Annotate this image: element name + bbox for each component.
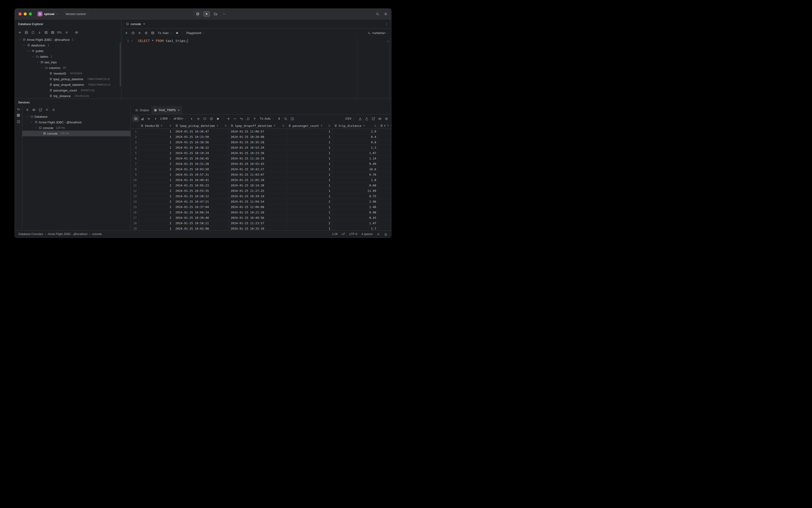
line-ending[interactable]: LF: [342, 232, 345, 236]
grid-cell[interactable]: [378, 177, 391, 182]
scrollbar[interactable]: [120, 42, 121, 87]
grid-cell[interactable]: 2024-01-25 10:55:35: [174, 188, 229, 193]
chevron-down-icon[interactable]: [34, 127, 38, 129]
grid-cell[interactable]: 2: [139, 220, 174, 226]
database-icon[interactable]: [194, 11, 201, 17]
auto-refresh-icon[interactable]: [208, 116, 214, 122]
expand-all-icon[interactable]: [44, 107, 50, 113]
grid-cell[interactable]: 2024-01-25 10:31:28: [174, 161, 229, 166]
tree-item-arrow-flight-jdbc-localhost[interactable]: Arrow Flight JDBC - @localhost: [22, 119, 131, 125]
lock-icon[interactable]: [377, 232, 380, 236]
grid-cell[interactable]: 2.46: [332, 204, 378, 209]
chevron-down-icon[interactable]: [31, 55, 35, 58]
datasource-icon[interactable]: [23, 29, 29, 35]
grid-cell[interactable]: 2024-01-25 10:42:27: [229, 167, 286, 172]
sort-icon[interactable]: ⇅: [391, 124, 391, 127]
tree-item-passenger-count[interactable]: passenger_countBIGINT(19): [15, 87, 121, 93]
search-icon[interactable]: [283, 116, 289, 122]
grid-cell[interactable]: 2024-01-25 11:27:25: [229, 188, 286, 193]
filter-icon[interactable]: [216, 125, 219, 127]
grid-cell[interactable]: 1: [286, 150, 332, 156]
tree-item-trip-distance[interactable]: trip_distanceDOUBLE(0): [15, 93, 121, 98]
row-number[interactable]: 6: [131, 156, 139, 161]
grid-cell[interactable]: [378, 220, 391, 226]
grid-cell[interactable]: 2024-01-25 10:25:10: [229, 226, 286, 230]
grid-cell[interactable]: 2024-01-25 10:38:32: [174, 145, 229, 150]
row-number[interactable]: 16: [131, 210, 139, 215]
grid-cell[interactable]: 2024-01-25 10:23:50: [174, 134, 229, 139]
grid-cell[interactable]: 2024-01-25 10:53:20: [229, 145, 286, 150]
grid-cell[interactable]: 2: [139, 199, 174, 204]
eye-icon[interactable]: [31, 107, 37, 113]
grid-cell[interactable]: 1: [139, 226, 174, 230]
tree-item-tpep-pickup-datetime[interactable]: tpep_pickup_datetimeTIMESTAMP(26,6): [15, 76, 121, 82]
grid-cell[interactable]: 2024-01-25 10:37:04: [174, 204, 229, 209]
row-number[interactable]: 10: [131, 177, 139, 182]
download-schema-icon[interactable]: [36, 29, 42, 35]
minimize-window-button[interactable]: [24, 12, 27, 15]
grid-cell[interactable]: 2024-01-25 10:47:21: [174, 199, 229, 204]
grid-cell[interactable]: 1: [286, 204, 332, 209]
stop-strip-button[interactable]: [17, 114, 20, 117]
grid-cell[interactable]: 2: [139, 215, 174, 220]
row-number[interactable]: 15: [131, 204, 139, 209]
eye-icon[interactable]: [73, 29, 80, 35]
grid-cell[interactable]: [378, 194, 391, 199]
grid-cell[interactable]: [378, 188, 391, 193]
encoding[interactable]: UTF-8: [349, 232, 357, 236]
refresh-icon[interactable]: [30, 29, 36, 35]
grid-cell[interactable]: 2024-01-25 10:58:45: [174, 156, 229, 161]
kebab-menu-icon[interactable]: ⋮: [385, 22, 389, 26]
show-query-panel-icon[interactable]: [289, 116, 296, 122]
caret-position[interactable]: 1:26: [332, 232, 337, 236]
delete-row-icon[interactable]: [232, 116, 238, 122]
grid-cell[interactable]: 1: [139, 145, 174, 150]
grid-cell[interactable]: 0.76: [332, 172, 378, 177]
breadcrumb-item[interactable]: Database Consoles: [18, 232, 43, 236]
column-header-trip_distance[interactable]: trip_distance⇅: [332, 123, 378, 129]
stop-icon[interactable]: [174, 30, 180, 36]
tree-item-taxi-trips[interactable]: taxi_trips: [15, 59, 121, 65]
grid-cell[interactable]: 1: [139, 139, 174, 145]
grid-cell[interactable]: 2024-01-25 10:23:36: [229, 150, 286, 156]
row-number[interactable]: 4: [131, 145, 139, 150]
tree-item-console[interactable]: console126 ms: [22, 125, 131, 131]
schema-selector[interactable]: <schema>: [368, 32, 389, 35]
row-number[interactable]: 18: [131, 220, 139, 226]
code-line-1[interactable]: 1 ✓ SELECT * FROM taxi_trips;: [122, 38, 391, 44]
version-control-widget[interactable]: Version control: [63, 11, 91, 17]
grid-cell[interactable]: 2.9: [332, 129, 378, 134]
grid-cell[interactable]: 1: [139, 129, 174, 134]
grid-cell[interactable]: 2024-01-25 10:30:56: [174, 139, 229, 145]
row-number[interactable]: 11: [131, 183, 139, 188]
grid-cell[interactable]: 1.8: [332, 177, 378, 182]
more-icon[interactable]: ⋯: [221, 11, 228, 17]
grid-cell[interactable]: 1: [286, 145, 332, 150]
column-header-tpep_pickup_datetime[interactable]: tpep_pickup_datetime⇅: [174, 123, 229, 129]
grid-cell[interactable]: [378, 129, 391, 134]
grid-cell[interactable]: [378, 210, 391, 215]
grid-cell[interactable]: 0.68: [332, 183, 378, 188]
last-page-icon[interactable]: [195, 116, 201, 122]
sort-icon[interactable]: ⇅: [225, 124, 227, 127]
sort-icon[interactable]: ⇅: [282, 124, 284, 127]
grid-cell[interactable]: 2024-01-25 11:05:18: [229, 177, 286, 182]
run-script-icon[interactable]: [136, 30, 142, 36]
grid-cell[interactable]: 1: [286, 177, 332, 182]
row-number[interactable]: 1: [131, 129, 139, 134]
grid-cell[interactable]: 1: [286, 161, 332, 166]
tab-console[interactable]: console ×: [124, 19, 147, 28]
grid-cell[interactable]: 1: [286, 194, 332, 199]
grid-cell[interactable]: 18.6: [332, 167, 378, 172]
grid-cell[interactable]: 1: [286, 139, 332, 145]
close-window-button[interactable]: [18, 12, 21, 15]
compare-icon[interactable]: ⇄: [63, 29, 70, 35]
grid-cell[interactable]: [378, 150, 391, 156]
sort-icon[interactable]: ⇅: [374, 124, 376, 127]
grid-cell[interactable]: 1.07: [332, 150, 378, 156]
grid-cell[interactable]: 1.47: [332, 220, 378, 226]
export-to-file-icon[interactable]: [370, 116, 376, 122]
column-header-rate[interactable]: Rate⇅: [378, 123, 391, 129]
grid-cell[interactable]: 0.4: [332, 134, 378, 139]
grid-cell[interactable]: 2: [139, 161, 174, 166]
